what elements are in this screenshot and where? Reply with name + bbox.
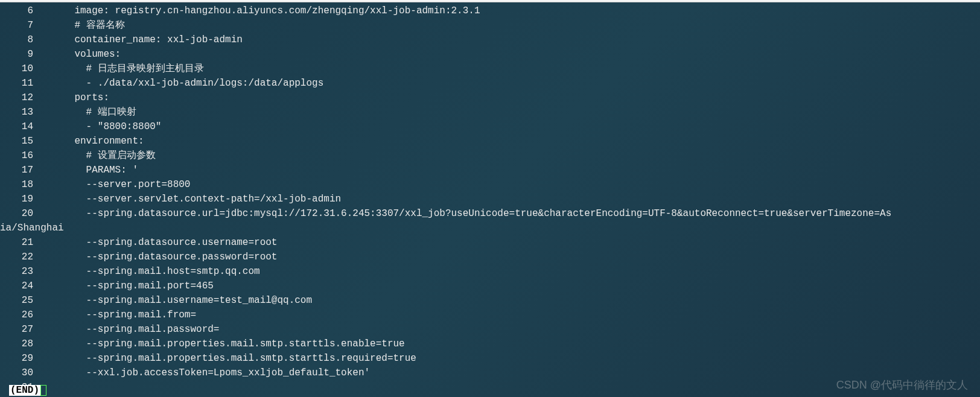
code-line: 11 - ./data/xxl-job-admin/logs:/data/app… bbox=[0, 76, 980, 91]
line-number: 30 bbox=[0, 366, 51, 380]
line-content: --spring.mail.host=smtp.qq.com bbox=[51, 264, 260, 279]
line-content: --xxl.job.accessToken=Lpoms_xxljob_defau… bbox=[51, 366, 370, 380]
line-number: 16 bbox=[0, 148, 51, 163]
code-line: 10 # 日志目录映射到主机目录 bbox=[0, 62, 980, 76]
line-number: 20 bbox=[0, 206, 51, 221]
line-number: 22 bbox=[0, 250, 51, 264]
line-number: 8 bbox=[0, 33, 51, 47]
line-content: # 设置启动参数 bbox=[51, 148, 156, 163]
code-line: 13 # 端口映射 bbox=[0, 105, 980, 119]
code-line: 22 --spring.datasource.password=root bbox=[0, 250, 980, 264]
code-line: 17 PARAMS: ' bbox=[0, 163, 980, 177]
line-content: PARAMS: ' bbox=[51, 163, 138, 177]
line-content: --spring.mail.properties.mail.smtp.start… bbox=[51, 351, 416, 366]
line-number: 6 bbox=[0, 4, 51, 18]
line-number: 10 bbox=[0, 62, 51, 76]
code-line: 23 --spring.mail.host=smtp.qq.com bbox=[0, 264, 980, 279]
line-content: --spring.mail.from= bbox=[51, 308, 196, 322]
line-content: --spring.datasource.username=root bbox=[51, 235, 277, 250]
code-line: 26 --spring.mail.from= bbox=[0, 308, 980, 322]
code-line: 19 --server.servlet.context-path=/xxl-jo… bbox=[0, 192, 980, 206]
line-number: 11 bbox=[0, 76, 51, 91]
line-content: --server.port=8800 bbox=[51, 177, 190, 192]
line-content: --server.servlet.context-path=/xxl-job-a… bbox=[51, 192, 341, 206]
code-line: ia/Shanghai bbox=[0, 221, 980, 235]
code-line: 18 --server.port=8800 bbox=[0, 177, 980, 192]
line-content: --spring.mail.properties.mail.smtp.start… bbox=[51, 337, 405, 351]
line-content: image: registry.cn-hangzhou.aliyuncs.com… bbox=[51, 4, 480, 18]
line-number: 26 bbox=[0, 308, 51, 322]
code-line: 25 --spring.mail.username=test_mail@qq.c… bbox=[0, 293, 980, 308]
line-content: ia/Shanghai bbox=[0, 221, 64, 235]
line-content: # 日志目录映射到主机目录 bbox=[51, 62, 204, 76]
status-bar: (END) bbox=[9, 385, 46, 396]
code-editor: 6 image: registry.cn-hangzhou.aliyuncs.c… bbox=[0, 2, 980, 395]
code-line: 31 bbox=[0, 380, 980, 395]
line-number: 14 bbox=[0, 119, 51, 134]
line-number: 28 bbox=[0, 337, 51, 351]
line-content: # 容器名称 bbox=[51, 18, 125, 33]
line-content: - "8800:8800" bbox=[51, 119, 161, 134]
code-line: 14 - "8800:8800" bbox=[0, 119, 980, 134]
line-number: 25 bbox=[0, 293, 51, 308]
code-line: 12 ports: bbox=[0, 91, 980, 105]
line-number: 15 bbox=[0, 134, 51, 148]
code-line: 8 container_name: xxl-job-admin bbox=[0, 33, 980, 47]
code-line: 29 --spring.mail.properties.mail.smtp.st… bbox=[0, 351, 980, 366]
line-content: volumes: bbox=[51, 47, 121, 62]
code-line: 24 --spring.mail.port=465 bbox=[0, 279, 980, 293]
code-line: 30 --xxl.job.accessToken=Lpoms_xxljob_de… bbox=[0, 366, 980, 380]
cursor-icon bbox=[40, 385, 46, 396]
code-line: 28 --spring.mail.properties.mail.smtp.st… bbox=[0, 337, 980, 351]
line-number: 13 bbox=[0, 105, 51, 119]
line-content: container_name: xxl-job-admin bbox=[51, 33, 243, 47]
code-line: 21 --spring.datasource.username=root bbox=[0, 235, 980, 250]
line-number: 9 bbox=[0, 47, 51, 62]
code-line: 20 --spring.datasource.url=jdbc:mysql://… bbox=[0, 206, 980, 221]
code-line: 15 environment: bbox=[0, 134, 980, 148]
line-content: --spring.mail.port=465 bbox=[51, 279, 214, 293]
end-marker: (END) bbox=[9, 385, 40, 396]
code-line: 16 # 设置启动参数 bbox=[0, 148, 980, 163]
code-line: 9 volumes: bbox=[0, 47, 980, 62]
watermark: CSDN @代码中徜徉的文人 bbox=[836, 378, 968, 392]
line-number: 29 bbox=[0, 351, 51, 366]
line-content: --spring.mail.password= bbox=[51, 322, 219, 337]
code-line: 6 image: registry.cn-hangzhou.aliyuncs.c… bbox=[0, 4, 980, 18]
line-content: - ./data/xxl-job-admin/logs:/data/applog… bbox=[51, 76, 323, 91]
line-number: 7 bbox=[0, 18, 51, 33]
code-line: 27 --spring.mail.password= bbox=[0, 322, 980, 337]
line-number: 18 bbox=[0, 177, 51, 192]
line-number: 24 bbox=[0, 279, 51, 293]
line-content: --spring.datasource.url=jdbc:mysql://172… bbox=[51, 206, 891, 221]
line-content: --spring.mail.username=test_mail@qq.com bbox=[51, 293, 312, 308]
line-number: 17 bbox=[0, 163, 51, 177]
line-number: 27 bbox=[0, 322, 51, 337]
code-line: 7 # 容器名称 bbox=[0, 18, 980, 33]
line-number: 19 bbox=[0, 192, 51, 206]
line-number: 12 bbox=[0, 91, 51, 105]
line-content: # 端口映射 bbox=[51, 105, 136, 119]
line-number: 23 bbox=[0, 264, 51, 279]
line-content: --spring.datasource.password=root bbox=[51, 250, 277, 264]
line-number: 21 bbox=[0, 235, 51, 250]
line-content: environment: bbox=[51, 134, 144, 148]
line-content: ports: bbox=[51, 91, 109, 105]
